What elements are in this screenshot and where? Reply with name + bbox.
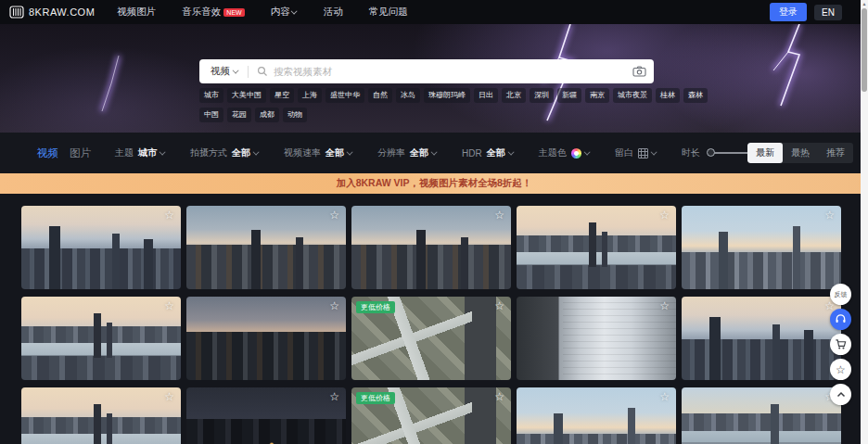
feedback-button[interactable]: 反馈 bbox=[830, 284, 851, 305]
page-scrollbar[interactable]: ▲ bbox=[861, 0, 868, 444]
filter-theme-color[interactable]: 主题色 bbox=[539, 146, 591, 159]
favorite-star-icon[interactable]: ☆ bbox=[164, 391, 174, 402]
favorite-star-icon[interactable]: ☆ bbox=[494, 300, 504, 311]
search-bar[interactable]: 视频 bbox=[199, 59, 654, 83]
sort-button-最热[interactable]: 最热 bbox=[783, 143, 818, 163]
vip-promo-banner[interactable]: 加入8KRAW VIP，视频图片素材全场8折起！ bbox=[0, 173, 868, 194]
video-thumbnail[interactable]: ☆ bbox=[186, 297, 346, 380]
favorite-star-icon[interactable]: ☆ bbox=[329, 391, 339, 402]
hot-tag[interactable]: 日出 bbox=[474, 88, 498, 103]
hot-tag[interactable]: 深圳 bbox=[530, 88, 554, 103]
sort-button-最新[interactable]: 最新 bbox=[747, 143, 783, 163]
favorite-star-icon[interactable]: ☆ bbox=[494, 209, 504, 221]
search-category-select[interactable]: 视频 bbox=[211, 65, 230, 78]
grid-layout-icon bbox=[638, 148, 648, 159]
filter-dropdown-3[interactable]: 分辨率全部 bbox=[377, 146, 438, 159]
hot-tag[interactable]: 珠穆朗玛峰 bbox=[424, 88, 470, 103]
hot-tag[interactable]: 桂林 bbox=[656, 88, 680, 103]
video-thumbnail[interactable]: ☆ bbox=[21, 297, 181, 380]
hot-tag[interactable]: 上海 bbox=[298, 88, 322, 103]
duration-label: 时长 bbox=[682, 146, 700, 159]
video-thumbnail[interactable]: ☆ bbox=[351, 206, 511, 289]
nav-item-4[interactable]: 常见问题 bbox=[369, 6, 408, 19]
nav-item-3[interactable]: 活动 bbox=[324, 6, 343, 19]
hero-banner: 视频 城市大美中国星空上海盛世中华自然冰岛珠穆朗玛峰日出北京深圳新疆南京城市夜景… bbox=[0, 24, 868, 133]
filter-margin[interactable]: 留白 bbox=[615, 146, 657, 159]
slider-handle-min[interactable] bbox=[707, 148, 715, 157]
video-thumbnail[interactable]: ☆ bbox=[682, 206, 841, 289]
favorite-star-icon[interactable]: ☆ bbox=[164, 300, 174, 311]
video-thumbnail[interactable]: ☆ bbox=[682, 387, 841, 444]
filter-label: 主题 bbox=[115, 146, 134, 159]
cart-button[interactable] bbox=[830, 334, 851, 355]
favorite-star-icon[interactable]: ☆ bbox=[329, 300, 339, 311]
favorite-star-icon[interactable]: ☆ bbox=[329, 209, 339, 221]
filter-groups: 主题城市拍摄方式全部视频速率全部分辨率全部HDR全部 bbox=[91, 146, 515, 159]
chevron-down-icon bbox=[290, 7, 297, 14]
sort-options: 最新最热推荐 bbox=[747, 143, 853, 163]
video-thumbnail[interactable]: 更低价格☆ bbox=[351, 297, 511, 380]
logo[interactable]: 8KRAW.COM bbox=[9, 6, 95, 19]
favorites-button[interactable]: ☆ bbox=[830, 359, 851, 380]
video-thumbnail[interactable]: 更低价格☆ bbox=[351, 387, 511, 444]
hot-tag[interactable]: 森林 bbox=[683, 88, 708, 103]
hot-tag[interactable]: 动物 bbox=[283, 108, 307, 122]
hot-tag[interactable]: 花园 bbox=[227, 108, 251, 122]
language-toggle-button[interactable]: EN bbox=[814, 5, 842, 20]
feedback-label: 反馈 bbox=[835, 291, 848, 298]
hot-tag[interactable]: 城市夜景 bbox=[613, 88, 652, 103]
back-to-top-button[interactable] bbox=[830, 384, 851, 405]
customer-service-button[interactable] bbox=[830, 309, 851, 330]
camera-search-icon[interactable] bbox=[632, 66, 646, 77]
hot-tag[interactable]: 自然 bbox=[368, 88, 392, 103]
video-thumbnail[interactable]: ☆ bbox=[517, 297, 676, 380]
scrollbar-thumb[interactable] bbox=[862, 8, 867, 92]
hot-tag[interactable]: 盛世中华 bbox=[326, 88, 364, 103]
nav-item-2[interactable]: 内容 bbox=[271, 6, 298, 19]
favorite-star-icon[interactable]: ☆ bbox=[494, 391, 504, 402]
video-thumbnail[interactable]: ☆ bbox=[21, 206, 181, 289]
filter-dropdown-4[interactable]: HDR全部 bbox=[462, 146, 515, 159]
video-thumbnail[interactable]: ☆ bbox=[186, 387, 346, 444]
filter-dropdown-2[interactable]: 视频速率全部 bbox=[284, 146, 353, 159]
hot-tag[interactable]: 冰岛 bbox=[396, 88, 420, 103]
filter-dropdown-0[interactable]: 主题城市 bbox=[115, 146, 166, 159]
nav-item-1[interactable]: 音乐音效NEW bbox=[182, 6, 244, 19]
favorite-star-icon[interactable]: ☆ bbox=[659, 391, 670, 402]
nav-item-label: 内容 bbox=[271, 6, 290, 19]
video-thumbnail[interactable]: ☆ bbox=[21, 387, 181, 444]
scrollbar-up-arrow[interactable]: ▲ bbox=[861, 1, 868, 6]
favorite-star-icon[interactable]: ☆ bbox=[164, 209, 174, 221]
hot-tag[interactable]: 城市 bbox=[199, 88, 223, 103]
cart-icon bbox=[835, 338, 847, 350]
hot-tag[interactable]: 北京 bbox=[502, 88, 526, 103]
video-thumbnail[interactable]: ☆ bbox=[517, 387, 676, 444]
chevron-down-icon bbox=[347, 148, 353, 155]
hot-tag[interactable]: 星空 bbox=[270, 88, 294, 103]
video-thumbnail[interactable]: ☆ bbox=[682, 297, 841, 380]
login-button[interactable]: 登录 bbox=[770, 3, 807, 21]
search-input[interactable] bbox=[274, 66, 632, 77]
video-thumbnail[interactable]: ☆ bbox=[517, 206, 676, 289]
media-type-tabs: 视频图片 bbox=[37, 146, 91, 160]
margin-label: 留白 bbox=[615, 146, 633, 159]
media-tab-视频[interactable]: 视频 bbox=[37, 146, 58, 160]
hot-tag[interactable]: 成都 bbox=[255, 108, 279, 122]
chevron-down-icon bbox=[650, 148, 657, 155]
hot-tag[interactable]: 大美中国 bbox=[227, 88, 266, 103]
hot-tag[interactable]: 中国 bbox=[199, 108, 223, 122]
hot-tag[interactable]: 新疆 bbox=[557, 88, 581, 103]
favorite-star-icon[interactable]: ☆ bbox=[824, 209, 835, 221]
favorite-star-icon[interactable]: ☆ bbox=[659, 209, 670, 221]
sort-button-推荐[interactable]: 推荐 bbox=[818, 143, 853, 163]
nav-item-label: 活动 bbox=[324, 6, 343, 19]
media-tab-图片[interactable]: 图片 bbox=[70, 146, 91, 160]
video-thumbnail[interactable]: ☆ bbox=[186, 206, 346, 289]
nav-item-0[interactable]: 视频图片 bbox=[117, 6, 156, 19]
nav-item-label: 音乐音效 bbox=[182, 6, 221, 19]
filter-dropdown-1[interactable]: 拍摄方式全部 bbox=[190, 146, 260, 159]
chevron-down-icon bbox=[507, 148, 514, 155]
favorite-star-icon[interactable]: ☆ bbox=[659, 300, 670, 311]
hot-tag[interactable]: 南京 bbox=[585, 88, 609, 103]
vip-promo-text: 加入8KRAW VIP，视频图片素材全场8折起！ bbox=[337, 177, 532, 190]
